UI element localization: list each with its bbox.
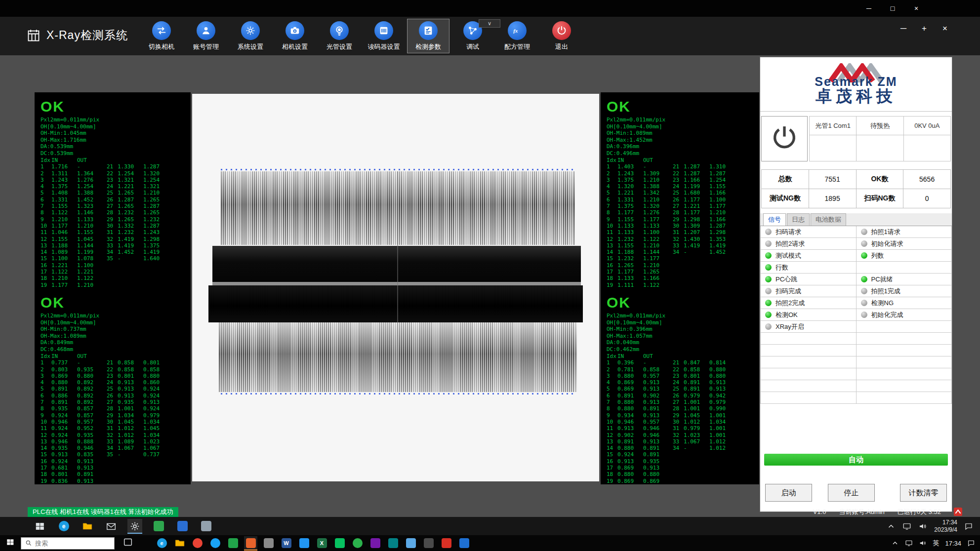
xray-app-icon[interactable] [244,536,257,551]
settings-gear-icon[interactable] [127,519,142,534]
icon-shape [442,538,451,548]
toolbar-button-exit[interactable]: 退出 [540,19,583,53]
icon-shape [193,538,203,548]
task-view-icon[interactable] [121,536,135,551]
browser-green-icon[interactable] [351,536,364,551]
measurement-row: 311.0121.045 [107,425,167,432]
toolbar-button-camera-settings[interactable]: 相机设置 [274,19,316,53]
measurement-row: 11.403- [607,163,667,170]
tray-expand-icon[interactable] [887,522,896,531]
app-version: V1.0 [813,508,826,515]
toolbar-button-account-management[interactable]: 账号管理 [185,19,227,53]
toolbar-button-inspection-params[interactable]: 检测参数 [407,19,449,53]
measurement-row: 220.8580.880 [673,366,733,373]
host-maximize-icon[interactable]: □ [888,0,897,17]
measurement-row: 240.9130.860 [107,379,167,386]
app-green-icon[interactable] [151,519,166,534]
word-icon[interactable]: W [280,536,293,551]
outer-clock[interactable]: 17:34 [945,540,961,547]
toolbar-dropdown-chevron[interactable]: ∨ [479,19,500,28]
xray-column-seam [397,171,398,392]
tab-signals[interactable]: 信号 [763,213,786,226]
wechat-icon[interactable] [333,536,346,551]
measurement-row: 70.8910.892 [41,399,101,405]
icon-shape [388,538,398,548]
signal-dot [861,276,867,282]
toolbar-button-label: 光管设置 [327,42,352,51]
xray-power-button[interactable] [761,116,808,161]
signal-dot [861,312,867,318]
app-blue2-icon[interactable] [457,536,471,551]
tab-battery-data[interactable]: 电池数据 [811,213,846,226]
action-center-icon[interactable] [964,522,973,531]
signal-cell [761,333,857,345]
measurement-meta-line: OH-Max:1.057mm [607,333,757,340]
measurement-row: 34-1.012 [673,445,733,451]
tube-settings-icon [330,21,349,40]
app-teal-icon[interactable] [386,536,400,551]
icon-shape [177,521,188,531]
app-green-icon[interactable] [226,536,240,551]
measurement-row: 161.2211.100 [41,262,101,269]
host-close-icon[interactable]: × [912,0,921,17]
measurement-row: 321.0121.034 [107,432,167,438]
taskbar-search[interactable] [21,537,115,550]
toolbar-button-system-settings[interactable]: 系统设置 [229,19,272,53]
app-gray-icon[interactable] [262,536,275,551]
signal-dot [765,252,772,259]
signal-label: 拍照1请求 [871,228,900,236]
start-button-host[interactable] [0,535,21,551]
display-tray-icon[interactable] [902,522,911,531]
display-tray-icon[interactable] [905,539,913,547]
app-gray-icon[interactable] [199,519,213,534]
app-title: X-Ray检测系统 [27,28,128,43]
notification-icon[interactable] [967,539,975,547]
search-input[interactable] [35,540,104,547]
measurement-row: 181.1331.166 [607,275,667,281]
auto-mode-button[interactable]: 自动 [764,454,948,466]
toolbar-button-tube-settings[interactable]: 光管设置 [318,19,361,53]
file-explorer-icon[interactable] [80,519,95,534]
excel-icon[interactable]: X [315,536,328,551]
toolbar-button-recipe-management[interactable]: fx配方管理 [496,19,538,53]
app-maximize-icon[interactable]: + [920,24,929,34]
reset-counter-button[interactable]: 计数清零 [900,484,947,502]
app-close-icon[interactable]: × [940,24,949,34]
measurement-row: 51.2211.342 [607,190,667,196]
volume-tray-icon[interactable] [919,539,927,547]
file-explorer-icon[interactable] [173,536,186,551]
app-dark-icon[interactable] [422,536,435,551]
stop-button[interactable]: 停止 [828,484,875,502]
measurement-row: 61.3311.210 [607,197,667,203]
measurement-row: 91.1551.177 [607,216,667,223]
qq-icon[interactable] [208,536,222,551]
measurement-row: 130.8910.913 [607,438,667,445]
measurement-row: 240.8910.913 [673,379,733,386]
chrome-icon[interactable] [191,536,204,551]
mail-icon[interactable] [104,519,119,534]
volume-tray-icon[interactable] [918,522,927,531]
notes-icon[interactable] [404,536,417,551]
app-purple-icon[interactable] [368,536,382,551]
host-minimize-icon[interactable]: ─ [864,0,873,17]
start-button[interactable]: 启动 [765,484,812,502]
icon-shape: X [317,538,327,548]
tab-log[interactable]: 日志 [787,213,810,226]
app-red-icon[interactable] [440,536,453,551]
measurement-row: 110.9240.952 [41,425,101,432]
icon-shape [424,538,434,548]
app-minimize-icon[interactable]: ─ [899,24,908,34]
mail-app-icon[interactable] [297,536,311,551]
toolbar-button-reader-settings[interactable]: 读码器设置 [363,19,405,53]
app-blue-icon[interactable] [175,519,190,534]
tray-expand-icon[interactable] [891,539,899,547]
inner-clock[interactable]: 17:34 2023/9/4 [934,519,957,534]
input-language-indicator[interactable]: 英 [933,539,939,548]
signal-dot [765,264,772,271]
start-button[interactable] [33,519,47,534]
edge-browser-icon[interactable]: e [56,519,71,534]
edge-browser-icon[interactable]: e [155,536,168,551]
toolbar-button-switch-camera[interactable]: 切换相机 [140,19,183,53]
measurement-row: 10.737- [41,359,101,366]
measurement-row: 221.2871.287 [673,170,733,177]
